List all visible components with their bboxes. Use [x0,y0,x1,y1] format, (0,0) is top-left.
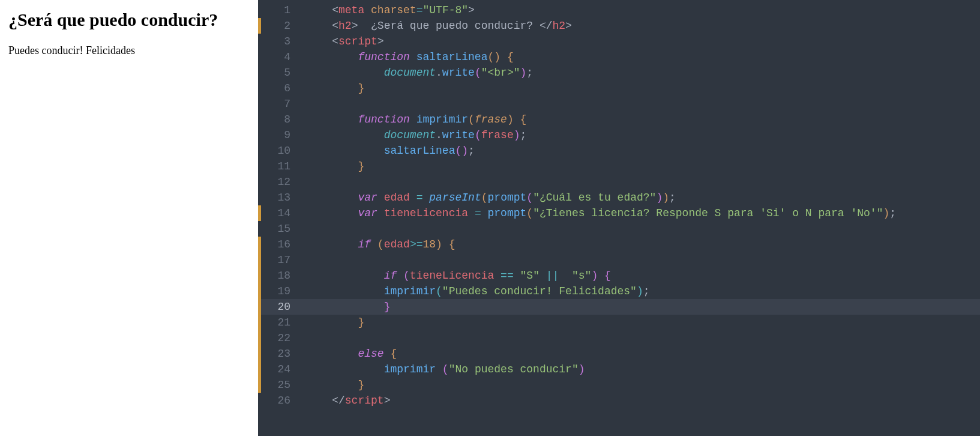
gutter-line-number: 8 [258,112,301,127]
code-line[interactable]: function imprimir(frase) { [301,112,980,127]
gutter-line-number: 15 [258,221,301,237]
page-heading: ¿Será que puedo conducir? [8,10,250,30]
gutter-line-number: 5 [258,65,301,80]
gutter-line-number: 2 [258,18,301,34]
code-editor-pane[interactable]: 1234567891011121314151617181920212223242… [258,0,980,436]
gutter-line-number: 18 [258,268,301,283]
browser-preview-pane: ¿Será que puedo conducir? Puedes conduci… [0,0,258,436]
gutter-line-number: 24 [258,362,301,377]
gutter-line-number: 23 [258,346,301,362]
gutter-line-number: 11 [258,159,301,174]
code-line[interactable]: } [301,377,980,393]
code-line[interactable]: } [301,315,980,330]
editor-gutter: 1234567891011121314151617181920212223242… [258,0,301,436]
editor-code-area[interactable]: <meta charset="UTF-8"> <h2> ¿Será que pu… [301,0,980,436]
code-line[interactable]: var tieneLicencia = prompt("¿Tienes lice… [301,205,980,221]
code-line[interactable]: } [301,80,980,96]
gutter-line-number: 21 [258,315,301,330]
gutter-line-number: 7 [258,96,301,112]
code-line[interactable]: </script> [301,393,980,408]
code-line[interactable]: <meta charset="UTF-8"> [301,2,980,18]
code-line[interactable] [301,252,980,268]
code-line[interactable]: var edad = parseInt(prompt("¿Cuál es tu … [301,190,980,205]
code-line[interactable]: if (edad>=18) { [301,237,980,252]
code-line[interactable]: document.write("<br>"); [301,65,980,80]
code-line[interactable]: <script> [301,34,980,49]
gutter-line-number: 17 [258,252,301,268]
gutter-line-number: 22 [258,330,301,346]
code-line[interactable]: <h2> ¿Será que puedo conducir? </h2> [301,18,980,34]
code-line[interactable] [301,174,980,190]
code-line[interactable]: if (tieneLicencia == "S" || "s") { [301,268,980,283]
code-line[interactable]: } [301,159,980,174]
gutter-line-number: 1 [258,2,301,18]
code-line[interactable]: } [301,299,980,315]
code-line[interactable] [301,221,980,237]
gutter-line-number: 12 [258,174,301,190]
gutter-line-number: 3 [258,34,301,49]
code-line[interactable]: else { [301,346,980,362]
gutter-line-number: 25 [258,377,301,393]
gutter-line-number: 19 [258,283,301,299]
gutter-line-number: 10 [258,143,301,159]
gutter-line-number: 6 [258,80,301,96]
code-line[interactable]: imprimir("Puedes conducir! Felicidades")… [301,283,980,299]
code-line[interactable]: function saltarLinea() { [301,49,980,65]
gutter-line-number: 4 [258,49,301,65]
gutter-line-number: 26 [258,393,301,408]
gutter-line-number: 13 [258,190,301,205]
page-output-text: Puedes conducir! Felicidades [8,44,250,57]
gutter-line-number: 16 [258,237,301,252]
code-line[interactable]: imprimir ("No puedes conducir") [301,362,980,377]
gutter-line-number: 14 [258,205,301,221]
code-line[interactable]: document.write(frase); [301,127,980,143]
code-line[interactable] [301,330,980,346]
gutter-line-number: 9 [258,127,301,143]
code-line[interactable] [301,96,980,112]
gutter-line-number: 20 [258,299,301,315]
code-line[interactable]: saltarLinea(); [301,143,980,159]
